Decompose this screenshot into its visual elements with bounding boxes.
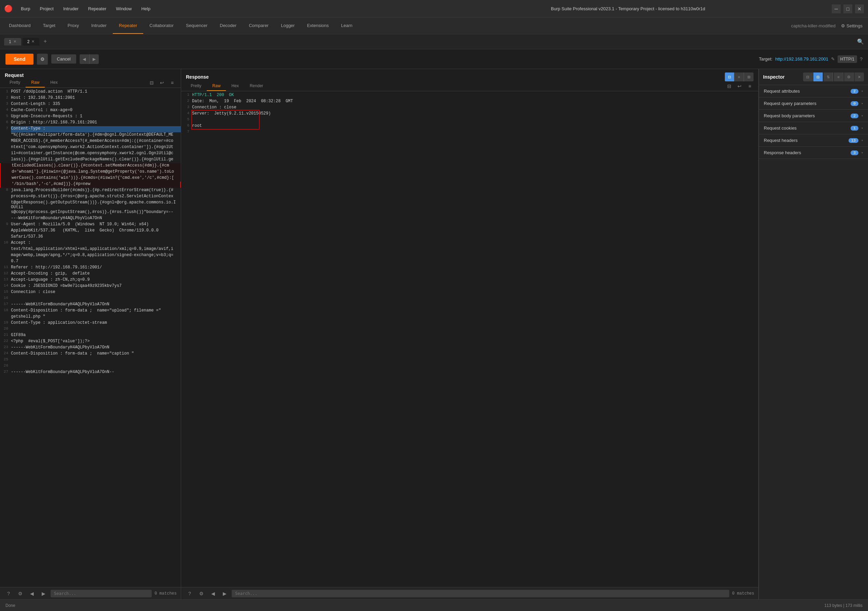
request-line-42: 23 ------WebKitFormBoundaryH4AQLPbyVloA7… bbox=[0, 345, 181, 351]
request-help-icon[interactable]: ? bbox=[4, 589, 13, 598]
request-title: Request bbox=[5, 73, 23, 78]
response-next-match[interactable]: ▶ bbox=[220, 589, 229, 598]
edit-target-icon[interactable]: ✎ bbox=[831, 56, 835, 62]
target-url: http://192.168.79.161:2001 bbox=[775, 56, 828, 62]
response-code-area[interactable]: 1 HTTP/1.1 200 OK 2 Date: Mon, 19 Feb 20… bbox=[181, 91, 758, 587]
request-line-2: 2 Host : 192.168.79.161:2001 bbox=[0, 95, 181, 101]
request-line-28: 0.7 bbox=[0, 259, 181, 265]
tab-proxy[interactable]: Proxy bbox=[62, 18, 85, 34]
response-tab-raw[interactable]: Raw bbox=[207, 81, 226, 91]
request-prev-match[interactable]: ◀ bbox=[27, 589, 36, 598]
request-line-1: 1 POST /doUpload.action HTTP/1.1 bbox=[0, 89, 181, 95]
inspector-section-header-2[interactable]: Request query parameters 0 ▾ bbox=[759, 98, 868, 109]
http-version[interactable]: HTTP/1 bbox=[838, 55, 857, 63]
response-menu-button[interactable]: ≡ bbox=[745, 82, 754, 90]
inspector-section-header-6[interactable]: Response headers 3 ▾ bbox=[759, 147, 868, 159]
response-help-icon[interactable]: ? bbox=[185, 589, 194, 598]
response-line-3: 3 Connection : close bbox=[181, 105, 758, 111]
request-tab-hex[interactable]: Hex bbox=[45, 78, 63, 87]
request-line-46: 27 ------WebKitFormBoundaryH4AQLPbyVloA7… bbox=[0, 370, 181, 376]
response-tab-render[interactable]: Render bbox=[244, 81, 268, 91]
response-prev-match[interactable]: ◀ bbox=[208, 589, 217, 598]
menu-window[interactable]: Window bbox=[112, 5, 136, 12]
add-tab-button[interactable]: + bbox=[41, 37, 50, 46]
inspector-section-header-5[interactable]: Request headers 13 ▾ bbox=[759, 134, 868, 146]
tab-2-close[interactable]: ✕ bbox=[31, 39, 34, 44]
inspector-close-button[interactable]: ✕ bbox=[854, 73, 864, 81]
request-tab-pretty[interactable]: Pretty bbox=[4, 78, 26, 87]
main-content: Request Pretty Raw Hex ⊟ ↩ ≡ 1 POST /doU… bbox=[0, 69, 868, 599]
tab-repeater[interactable]: Repeater bbox=[113, 18, 143, 34]
menu-repeater[interactable]: Repeater bbox=[84, 5, 110, 12]
request-line-8: "%({#nike='multipart/form-data').{#dm=@o… bbox=[0, 132, 181, 138]
minimize-button[interactable]: ─ bbox=[832, 5, 841, 13]
inspector-settings-button[interactable]: ⚙ bbox=[844, 73, 854, 81]
tab-logger[interactable]: Logger bbox=[275, 18, 301, 34]
tab-1-close[interactable]: ✕ bbox=[13, 39, 16, 44]
repeater-tab-2[interactable]: 2 ✕ bbox=[23, 38, 40, 45]
repeater-tab-1[interactable]: 1 ✕ bbox=[4, 38, 21, 45]
request-code-area[interactable]: 1 POST /doUpload.action HTTP/1.1 2 Host … bbox=[0, 88, 181, 587]
request-line-33: 15 Connection : close bbox=[0, 289, 181, 296]
send-options-button[interactable]: ⚙ bbox=[37, 54, 48, 65]
copy-response-button[interactable]: ⊟ bbox=[725, 82, 734, 90]
prev-button[interactable]: ◀ bbox=[80, 54, 89, 64]
request-line-27: mage/webp,image/apng,*/*;q=0.8,applicati… bbox=[0, 253, 181, 259]
tab-dashboard[interactable]: Dashboard bbox=[3, 18, 37, 34]
menu-help[interactable]: Help bbox=[137, 5, 155, 12]
next-button[interactable]: ▶ bbox=[89, 54, 99, 64]
tab-collaborator[interactable]: Collaborator bbox=[143, 18, 180, 34]
inspector-panel: Inspector ⊟ ⊟ ⇅ ≡ ⚙ ✕ Request attributes… bbox=[759, 69, 868, 599]
response-footer: ? ⚙ ◀ ▶ 0 matches bbox=[181, 587, 758, 599]
menu-project[interactable]: Project bbox=[36, 5, 57, 12]
toolbar: Send ⚙ Cancel ◀ ▶ Target: http://192.168… bbox=[0, 49, 868, 69]
tab-learn[interactable]: Learn bbox=[335, 18, 358, 34]
menu-burp[interactable]: Burp bbox=[17, 5, 34, 12]
inspector-section-header-4[interactable]: Request cookies 1 ▾ bbox=[759, 122, 868, 134]
view-list-button[interactable]: ≡ bbox=[735, 73, 744, 81]
request-search-input[interactable] bbox=[51, 590, 152, 597]
view-grid-button[interactable]: ⊞ bbox=[744, 73, 753, 81]
view-split-button[interactable]: ⊟ bbox=[725, 73, 735, 81]
tab-search-icon[interactable]: 🔍 bbox=[857, 38, 864, 45]
copy-request-button[interactable]: ⊟ bbox=[147, 78, 156, 87]
request-settings-icon[interactable]: ⚙ bbox=[16, 589, 25, 598]
inspector-section-right-4: 1 ▾ bbox=[851, 126, 863, 131]
help-icon[interactable]: ? bbox=[860, 56, 863, 62]
inspector-view-2[interactable]: ⊟ bbox=[813, 73, 823, 81]
response-tab-hex[interactable]: Hex bbox=[226, 81, 244, 91]
inspector-chevron-2: ▾ bbox=[861, 101, 863, 106]
response-tab-pretty[interactable]: Pretty bbox=[185, 81, 207, 91]
inspector-view-1[interactable]: ⊟ bbox=[803, 73, 813, 81]
inspector-equalizer-button[interactable]: ≡ bbox=[834, 73, 843, 81]
inspector-section-title-3: Request body parameters bbox=[764, 113, 815, 118]
request-tab-raw[interactable]: Raw bbox=[26, 78, 45, 87]
response-search-input[interactable] bbox=[232, 590, 729, 597]
tab-decoder[interactable]: Decoder bbox=[214, 18, 243, 34]
inspector-sort-button[interactable]: ⇅ bbox=[823, 73, 833, 81]
inspector-section-right-2: 0 ▾ bbox=[851, 101, 863, 106]
tab-comparer[interactable]: Comparer bbox=[243, 18, 275, 34]
settings-button[interactable]: ⚙ Settings bbox=[838, 22, 865, 30]
wrap-response-button[interactable]: ↩ bbox=[735, 82, 744, 90]
maximize-button[interactable]: □ bbox=[843, 5, 852, 13]
inspector-header: Inspector ⊟ ⊟ ⇅ ≡ ⚙ ✕ bbox=[759, 69, 868, 85]
menu-intruder[interactable]: Intruder bbox=[59, 5, 83, 12]
request-menu-button[interactable]: ≡ bbox=[168, 78, 177, 87]
response-tabs-row: Pretty Raw Hex Render ⊟ ↩ ≡ bbox=[181, 81, 758, 91]
inspector-section-header-1[interactable]: Request attributes 2 ▾ bbox=[759, 85, 868, 97]
response-line-1: 1 HTTP/1.1 200 OK bbox=[181, 93, 758, 99]
tab-sequencer[interactable]: Sequencer bbox=[180, 18, 214, 34]
settings-label: Settings bbox=[846, 23, 863, 28]
tab-extensions[interactable]: Extensions bbox=[301, 18, 335, 34]
app-logo: 🔴 bbox=[4, 5, 12, 13]
wrap-lines-button[interactable]: ↩ bbox=[158, 78, 166, 87]
request-next-match[interactable]: ▶ bbox=[39, 589, 48, 598]
cancel-button[interactable]: Cancel bbox=[51, 54, 76, 64]
close-button[interactable]: ✕ bbox=[855, 5, 864, 13]
inspector-section-header-3[interactable]: Request body parameters 2 ▾ bbox=[759, 110, 868, 122]
tab-intruder[interactable]: Intruder bbox=[85, 18, 113, 34]
send-button[interactable]: Send bbox=[5, 54, 34, 65]
tab-target[interactable]: Target bbox=[37, 18, 62, 34]
response-settings-icon[interactable]: ⚙ bbox=[197, 589, 206, 598]
